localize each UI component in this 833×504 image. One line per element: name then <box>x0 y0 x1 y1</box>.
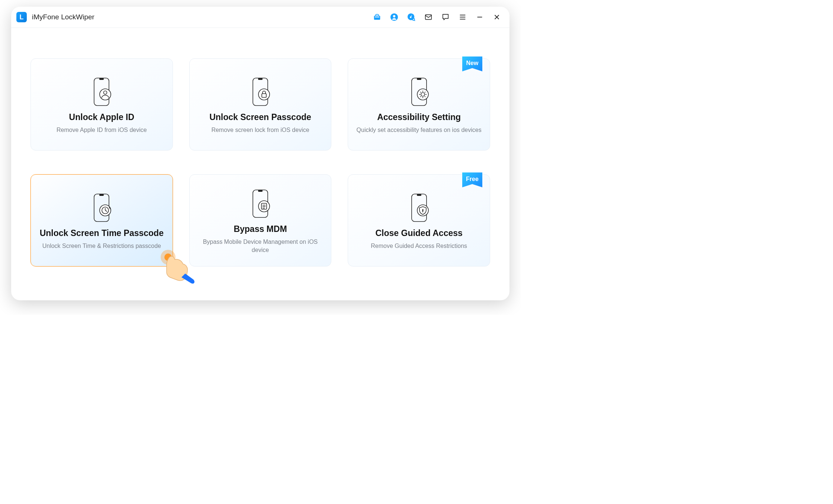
phone-shield-lock-icon <box>407 191 431 224</box>
feedback-icon[interactable] <box>441 13 450 22</box>
card-accessibility-setting[interactable]: New Accessibility Setting Quickly set ac… <box>348 58 490 151</box>
ribbon-new: New <box>462 56 482 71</box>
card-title: Accessibility Setting <box>377 112 461 122</box>
account-icon[interactable] <box>390 13 399 22</box>
svg-rect-41 <box>258 190 263 192</box>
minimize-button[interactable] <box>475 13 484 22</box>
ribbon-free: Free <box>462 172 482 187</box>
card-desc: Remove Apple ID from iOS device <box>57 126 147 134</box>
phone-doc-icon <box>248 187 272 220</box>
mail-icon[interactable] <box>424 13 433 22</box>
cards-grid: Unlock Apple ID Remove Apple ID from iOS… <box>11 28 509 266</box>
card-unlock-screen-time-passcode[interactable]: Unlock Screen Time Passcode Unlock Scree… <box>30 174 173 266</box>
card-bypass-mdm[interactable]: Bypass MDM Bypass Mobile Device Manageme… <box>189 174 332 266</box>
card-desc: Quickly set accessibility features on io… <box>357 126 482 134</box>
menu-icon[interactable] <box>458 13 467 22</box>
phone-gear-icon <box>407 75 431 109</box>
phone-lock-icon <box>248 75 272 109</box>
svg-point-3 <box>393 15 395 17</box>
card-title: Close Guided Access <box>375 228 462 238</box>
card-title: Unlock Screen Passcode <box>209 112 311 122</box>
close-button[interactable] <box>492 13 501 22</box>
svg-point-50 <box>422 209 424 211</box>
svg-point-42 <box>258 201 270 212</box>
card-title: Unlock Screen Time Passcode <box>40 228 164 238</box>
app-logo: L <box>16 12 27 22</box>
svg-rect-23 <box>417 78 421 80</box>
phone-clock-icon <box>90 191 113 224</box>
svg-point-20 <box>258 89 270 100</box>
titlebar-actions <box>373 13 501 22</box>
svg-rect-15 <box>99 78 104 80</box>
svg-rect-19 <box>258 78 263 80</box>
svg-point-5 <box>412 18 415 20</box>
phone-user-icon <box>90 75 113 109</box>
card-close-guided-access[interactable]: Free Close Guided Access Remove Guided A… <box>348 174 490 266</box>
card-desc: Unlock Screen Time & Restrictions passco… <box>42 242 161 250</box>
card-title: Unlock Apple ID <box>69 112 135 122</box>
card-unlock-apple-id[interactable]: Unlock Apple ID Remove Apple ID from iOS… <box>30 58 173 151</box>
svg-rect-48 <box>417 194 421 196</box>
app-title: iMyFone LockWiper <box>32 13 94 21</box>
svg-point-24 <box>417 89 428 100</box>
svg-rect-1 <box>375 17 379 17</box>
titlebar: L iMyFone LockWiper <box>11 7 509 28</box>
svg-rect-0 <box>374 16 380 20</box>
card-desc: Remove Guided Access Restrictions <box>371 242 467 250</box>
svg-rect-35 <box>99 194 104 196</box>
svg-line-6 <box>414 20 415 21</box>
app-window: L iMyFone LockWiper <box>11 7 509 300</box>
card-title: Bypass MDM <box>234 224 287 234</box>
music-search-icon[interactable] <box>407 13 416 22</box>
card-desc: Bypass Mobile Device Management on iOS d… <box>196 238 325 254</box>
card-unlock-screen-passcode[interactable]: Unlock Screen Passcode Remove screen loc… <box>189 58 332 151</box>
toolbox-icon[interactable] <box>373 13 382 22</box>
card-desc: Remove screen lock from iOS device <box>211 126 309 134</box>
